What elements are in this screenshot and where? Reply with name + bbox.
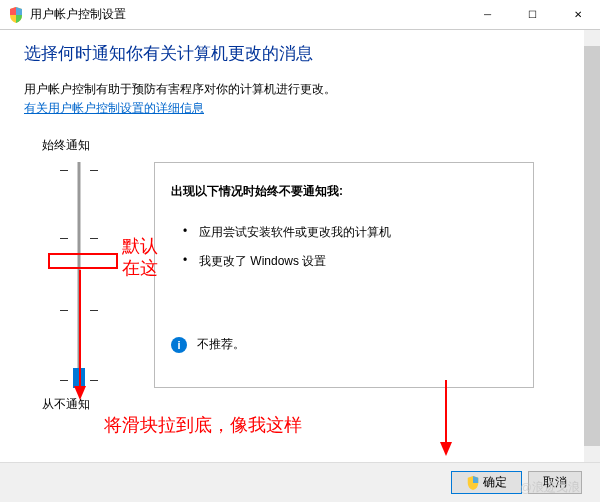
close-button[interactable]: ✕: [555, 0, 600, 29]
shield-icon: [8, 7, 24, 23]
slider-handle[interactable]: [73, 368, 85, 388]
titlebar: 用户帐户控制设置 ─ ☐ ✕: [0, 0, 600, 30]
window-title: 用户帐户控制设置: [30, 6, 465, 23]
slider-top-label: 始终通知: [42, 137, 576, 154]
cancel-button-label: 取消: [543, 474, 567, 491]
slider-area: 始终通知 出现以下情况时始终不要通知我: 应用尝试安装软件或更改我的计算机 我更…: [46, 137, 576, 413]
page-subtext: 用户帐户控制有助于预防有害程序对你的计算机进行更改。: [24, 81, 576, 98]
info-item: 应用尝试安装软件或更改我的计算机: [171, 218, 517, 247]
help-link[interactable]: 有关用户帐户控制设置的详细信息: [24, 101, 204, 115]
ok-button[interactable]: 确定: [451, 471, 522, 494]
uac-slider[interactable]: [54, 162, 104, 388]
info-icon: i: [171, 337, 187, 353]
info-recommend: i 不推荐。: [171, 336, 517, 353]
slider-track: [78, 162, 81, 388]
footer: 确定 取消: [0, 462, 600, 502]
titlebar-buttons: ─ ☐ ✕: [465, 0, 600, 29]
cancel-button[interactable]: 取消: [528, 471, 582, 494]
info-title: 出现以下情况时始终不要通知我:: [171, 183, 517, 200]
recommend-text: 不推荐。: [197, 336, 245, 353]
shield-icon: [466, 476, 480, 490]
info-list: 应用尝试安装软件或更改我的计算机 我更改了 Windows 设置: [171, 218, 517, 276]
minimize-button[interactable]: ─: [465, 0, 510, 29]
maximize-button[interactable]: ☐: [510, 0, 555, 29]
content-area: 选择何时通知你有关计算机更改的消息 用户帐户控制有助于预防有害程序对你的计算机进…: [0, 30, 600, 462]
info-panel: 出现以下情况时始终不要通知我: 应用尝试安装软件或更改我的计算机 我更改了 Wi…: [154, 162, 534, 388]
slider-bottom-label: 从不通知: [42, 396, 576, 413]
page-heading: 选择何时通知你有关计算机更改的消息: [24, 42, 576, 65]
ok-button-label: 确定: [483, 474, 507, 491]
info-item: 我更改了 Windows 设置: [171, 247, 517, 276]
